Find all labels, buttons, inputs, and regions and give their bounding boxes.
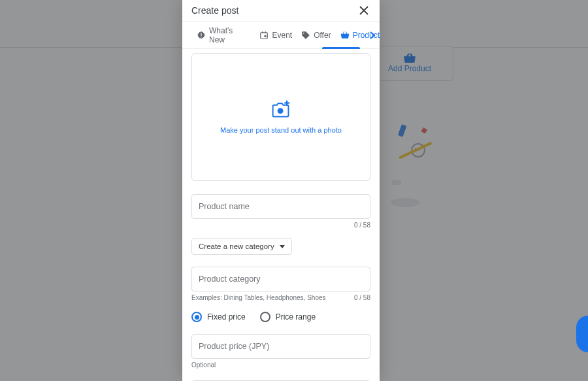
basket-icon bbox=[340, 31, 350, 40]
price-type-radios: Fixed price Price range bbox=[191, 312, 370, 322]
tab-label: What's New bbox=[209, 26, 250, 44]
product-name-input[interactable]: Product name bbox=[191, 194, 370, 219]
svg-rect-12 bbox=[265, 31, 266, 33]
add-photo-box[interactable]: Make your post stand out with a photo bbox=[191, 53, 370, 181]
tab-label: Offer bbox=[314, 31, 331, 40]
burst-icon bbox=[197, 31, 206, 40]
radio-price-range[interactable]: Price range bbox=[260, 312, 316, 322]
svg-rect-9 bbox=[201, 37, 201, 37]
tag-icon bbox=[301, 31, 310, 40]
tab-whats-new[interactable]: What's New bbox=[197, 22, 250, 48]
svg-rect-11 bbox=[263, 31, 263, 33]
placeholder-text: Product price (JPY) bbox=[199, 342, 269, 351]
category-counter: 0 / 58 bbox=[354, 294, 370, 301]
post-type-tabs: What's New Event Offer Product bbox=[182, 22, 380, 49]
modal-header: Create post bbox=[182, 0, 380, 22]
svg-point-15 bbox=[278, 108, 284, 114]
tab-label: Event bbox=[272, 31, 292, 40]
form-scroll-area[interactable]: Make your post stand out with a photo Pr… bbox=[182, 49, 380, 381]
close-icon bbox=[359, 6, 368, 15]
modal-title: Create post bbox=[191, 5, 238, 16]
radio-label: Fixed price bbox=[207, 312, 246, 322]
photo-caption: Make your post stand out with a photo bbox=[220, 126, 342, 134]
tab-event[interactable]: Event bbox=[259, 22, 292, 48]
optional-label: Optional bbox=[191, 361, 216, 369]
create-post-modal: Create post What's New Event Offer Produ… bbox=[182, 0, 380, 381]
category-examples: Examples: Dining Tables, Headphones, Sho… bbox=[191, 294, 326, 301]
camera-add-icon bbox=[271, 100, 291, 118]
category-dropdown[interactable]: Create a new category bbox=[191, 238, 292, 255]
placeholder-text: Product category bbox=[199, 274, 261, 284]
close-button[interactable] bbox=[357, 4, 370, 17]
tabs-scroll-right[interactable] bbox=[369, 31, 376, 40]
svg-rect-17 bbox=[284, 102, 289, 103]
svg-rect-10 bbox=[261, 32, 268, 38]
chevron-right-icon bbox=[369, 31, 376, 40]
caret-down-icon bbox=[280, 245, 285, 248]
svg-rect-8 bbox=[201, 33, 201, 36]
radio-icon bbox=[191, 312, 202, 322]
chip-label: Create a new category bbox=[199, 242, 274, 250]
svg-rect-13 bbox=[265, 35, 267, 37]
svg-point-14 bbox=[303, 32, 304, 33]
radio-icon bbox=[260, 312, 270, 322]
product-price-input[interactable]: Product price (JPY) bbox=[191, 334, 370, 359]
price-helper: Optional bbox=[191, 361, 370, 369]
category-helper-row: Examples: Dining Tables, Headphones, Sho… bbox=[191, 294, 370, 301]
tab-offer[interactable]: Offer bbox=[301, 22, 331, 48]
placeholder-text: Product name bbox=[199, 202, 250, 211]
radio-fixed-price[interactable]: Fixed price bbox=[191, 312, 246, 322]
calendar-icon bbox=[259, 31, 269, 40]
product-name-counter: 0 / 58 bbox=[191, 222, 370, 229]
radio-label: Price range bbox=[276, 312, 316, 322]
floating-action-partial[interactable] bbox=[576, 316, 588, 352]
product-category-input[interactable]: Product category bbox=[191, 267, 370, 291]
